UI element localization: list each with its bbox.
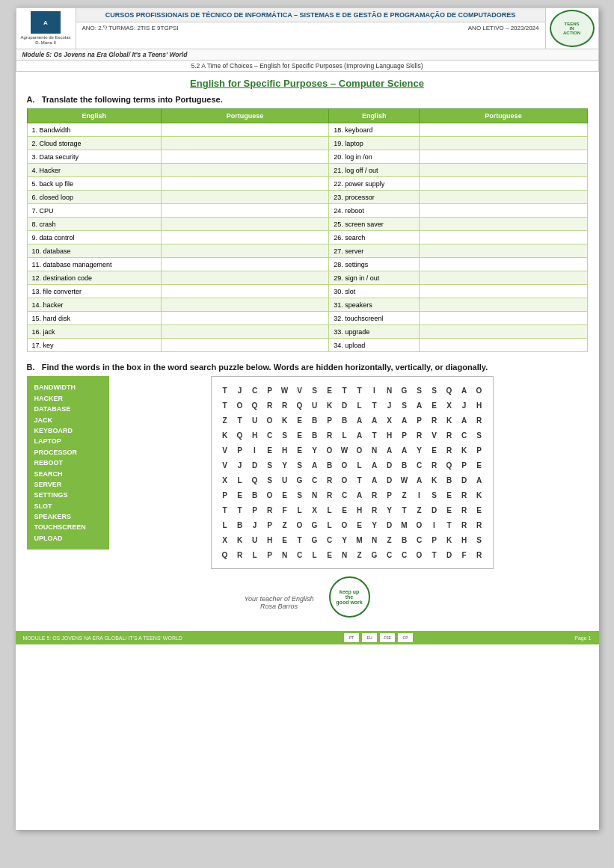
list-item: SERVER [34, 479, 102, 490]
answer-left[interactable] [161, 231, 328, 244]
puzzle-cell: C [263, 428, 277, 443]
answer-left[interactable] [161, 244, 328, 258]
puzzle-cell: T [218, 383, 233, 398]
puzzle-cell: P [248, 502, 263, 517]
puzzle-cell: Z [218, 413, 233, 428]
puzzle-cell: H [263, 532, 277, 547]
puzzle-cell: O [352, 443, 367, 458]
puzzle-cell: A [412, 398, 427, 413]
answer-left[interactable] [161, 137, 328, 150]
footer-module: MODULE 5: OS JOVENS NA ERA GLOBAL/ IT'S … [23, 635, 182, 641]
puzzle-cell: R [472, 517, 487, 532]
term-right: 28. settings [329, 258, 420, 271]
term-right: 20. log in /on [329, 150, 420, 164]
puzzle-cell: S [427, 383, 442, 398]
answer-right[interactable] [420, 164, 587, 177]
term-right: 34. upload [329, 339, 420, 352]
answer-right[interactable] [420, 191, 587, 204]
puzzle-cell: U [248, 413, 263, 428]
course-title: CURSOS PROFISSIONAIS DE TÉCNICO DE INFOR… [76, 8, 545, 22]
puzzle-cell: E [233, 487, 248, 502]
answer-left[interactable] [161, 312, 328, 325]
answer-right[interactable] [420, 244, 587, 258]
puzzle-cell: R [442, 443, 457, 458]
answer-right[interactable] [420, 285, 587, 298]
answer-right[interactable] [420, 231, 587, 244]
puzzle-cell: O [337, 517, 352, 532]
puzzle-cell: T [337, 383, 352, 398]
puzzle-cell: T [233, 502, 248, 517]
answer-left[interactable] [161, 150, 328, 164]
answer-left[interactable] [161, 218, 328, 231]
footer-teacher-area: Your teacher of English Rosa Barros keep… [27, 576, 588, 618]
puzzle-cell: Q [292, 398, 307, 413]
answer-right[interactable] [420, 339, 587, 352]
answer-left[interactable] [161, 271, 328, 285]
puzzle-cell: Y [412, 443, 427, 458]
puzzle-cell: O [412, 547, 427, 562]
answer-left[interactable] [161, 339, 328, 352]
answer-left[interactable] [161, 258, 328, 271]
teens-logo-area: TEENSINACTION [546, 8, 598, 49]
answer-right[interactable] [420, 218, 587, 231]
puzzle-cell: A [457, 413, 472, 428]
answer-right[interactable] [420, 271, 587, 285]
puzzle-cell: H [472, 398, 487, 413]
answer-right[interactable] [420, 137, 587, 150]
answer-left[interactable] [161, 191, 328, 204]
puzzle-cell: Q [233, 428, 248, 443]
puzzle-cell: A [457, 383, 472, 398]
table-row: 10. database27. server [27, 244, 587, 258]
puzzle-cell: R [427, 458, 442, 473]
answer-left[interactable] [161, 177, 328, 191]
answer-right[interactable] [420, 150, 587, 164]
puzzle-cell: A [412, 473, 427, 487]
answer-left[interactable] [161, 325, 328, 339]
puzzle-cell: R [457, 502, 472, 517]
puzzle-cell: K [322, 398, 337, 413]
term-right: 31. speakers [329, 298, 420, 312]
answer-left[interactable] [161, 123, 328, 137]
puzzle-cell: G [307, 517, 322, 532]
answer-right[interactable] [420, 204, 587, 218]
answer-right[interactable] [420, 123, 587, 137]
answer-right[interactable] [420, 258, 587, 271]
answer-left[interactable] [161, 298, 328, 312]
puzzle-cell: S [412, 383, 427, 398]
puzzle-cell: A [367, 473, 382, 487]
puzzle-cell: R [322, 428, 337, 443]
term-left: 14. hacker [27, 298, 161, 312]
wordsearch-container: BANDWIDTHHACKERDATABASEJACKKEYBOARDLAPTO… [27, 376, 588, 569]
answer-right[interactable] [420, 298, 587, 312]
puzzle-cell: I [427, 517, 442, 532]
answer-right[interactable] [420, 325, 587, 339]
puzzle-cell: O [263, 413, 277, 428]
puzzle-cell: Q [442, 383, 457, 398]
puzzle-cell: V [292, 383, 307, 398]
puzzle-cell: O [322, 443, 337, 458]
puzzle-cell: O [263, 487, 277, 502]
puzzle-cell: E [472, 502, 487, 517]
puzzle-cell: H [352, 502, 367, 517]
answer-right[interactable] [420, 312, 587, 325]
puzzle-row: VPIEHEYOWONAAYERKP [218, 443, 487, 458]
puzzle-cell: R [322, 473, 337, 487]
puzzle-row: QRLPNCLENZGCCOTDFR [218, 547, 487, 562]
table-row: 2. Cloud storage19. laptop [27, 137, 587, 150]
list-item: LAPTOP [34, 436, 102, 446]
puzzle-cell: P [457, 458, 472, 473]
puzzle-cell: X [442, 398, 457, 413]
puzzle-cell: P [218, 487, 233, 502]
puzzle-row: TJCPWVSETTINGSSQAO [218, 383, 487, 398]
col-portuguese-1: Portuguese [161, 109, 328, 123]
puzzle-cell: C [412, 458, 427, 473]
puzzle-cell: N [307, 487, 322, 502]
puzzle-row: VJDSYSABOLADBCRQPE [218, 458, 487, 473]
answer-right[interactable] [420, 177, 587, 191]
answer-left[interactable] [161, 204, 328, 218]
term-right: 18. keyboard [329, 123, 420, 137]
puzzle-cell: C [457, 428, 472, 443]
answer-left[interactable] [161, 285, 328, 298]
term-left: 1. Bandwidth [27, 123, 161, 137]
answer-left[interactable] [161, 164, 328, 177]
